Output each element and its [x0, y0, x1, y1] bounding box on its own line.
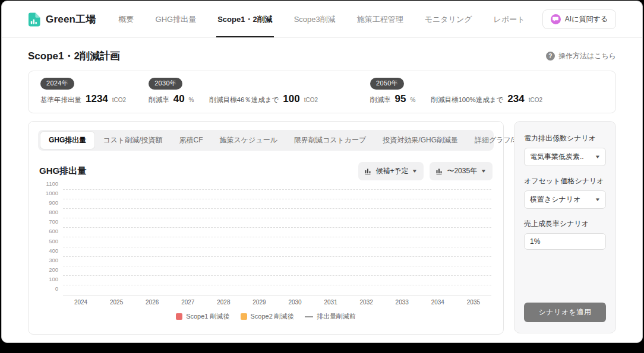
brand-name: Green工場	[46, 12, 96, 26]
scenario-sidebar: 電力排出係数シナリオ 電気事業低炭素.. ▼ オフセット価格シナリオ 横置きシナ…	[514, 121, 616, 333]
bar-column-2031	[313, 190, 349, 295]
x-axis-tick-label: 2032	[349, 299, 384, 306]
x-axis-tick-label: 2025	[99, 299, 134, 306]
nav-item-ghg-emissions[interactable]: GHG排出量	[156, 1, 197, 37]
stacked-bar-chart: 010020030040050060070080090010001100 202…	[38, 190, 494, 321]
tab-cumulative-cf[interactable]: 累積CF	[171, 132, 211, 149]
ask-ai-button[interactable]: AIに質問する	[542, 9, 616, 29]
legend-label: Scope1 削減後	[186, 312, 229, 321]
legend-before-reduction: 排出量削減前	[305, 312, 356, 321]
input-value: 1%	[530, 237, 540, 246]
apply-scenario-button[interactable]: シナリオを適用	[524, 303, 606, 322]
document-chart-icon	[28, 12, 40, 27]
metric-unit: tCO2	[112, 97, 126, 103]
bar-column-2034	[420, 190, 456, 295]
bar-chart-icon	[436, 168, 443, 174]
field-label: オフセット価格シナリオ	[524, 176, 606, 186]
x-axis-tick-label: 2027	[170, 299, 206, 306]
title-row: Scope1・2削減計画 ? 操作方法はこちら	[2, 38, 642, 71]
nav-item-scope12-reduction[interactable]: Scope1・2削減	[217, 1, 272, 37]
x-axis-tick-label: 2026	[134, 299, 170, 306]
nav-menu: 概要 GHG排出量 Scope1・2削減 Scope3削減 施策工程管理 モニタ…	[119, 1, 542, 37]
nav-item-overview[interactable]: 概要	[119, 1, 134, 37]
chevron-down-icon: ▼	[595, 154, 601, 160]
year-badge-2030: 2030年	[149, 78, 182, 90]
chart-legend: Scope1 削減後 Scope2 削減後 排出量削減前	[38, 312, 494, 321]
y-axis-tick-label: 400	[38, 247, 58, 253]
metric-unit: tCO2	[529, 97, 542, 103]
metric-unit: tCO2	[304, 97, 318, 103]
nav-item-report[interactable]: レポート	[494, 1, 525, 37]
legend-scope2: Scope2 削減後	[241, 312, 294, 321]
y-axis-tick-label: 600	[38, 228, 58, 234]
scope2-swatch	[241, 313, 247, 320]
metric-label: 削減目標46％達成まで	[210, 96, 279, 104]
top-nav: Green工場 概要 GHG排出量 Scope1・2削減 Scope3削減 施策…	[2, 1, 642, 38]
tab-ghg-emissions[interactable]: GHG排出量	[40, 132, 94, 149]
line-swatch	[305, 316, 313, 317]
offset-price-select[interactable]: 横置きシナリオ ▼	[524, 190, 606, 209]
tab-roi-ghg[interactable]: 投資対効果/GHG削減量	[374, 132, 466, 149]
legend-scope1: Scope1 削減後	[176, 312, 229, 321]
metric-label: 削減目標100%達成まで	[431, 96, 503, 104]
bar-column-2030	[277, 190, 312, 295]
x-axis-tick-label: 2029	[241, 299, 277, 306]
app-window: Green工場 概要 GHG排出量 Scope1・2削減 Scope3削減 施策…	[1, 1, 643, 343]
x-axis-tick-label: 2028	[206, 299, 241, 306]
bar-column-2026	[134, 190, 170, 295]
stat-group-2024: 2024年 基準年排出量 1234 tCO2	[40, 78, 126, 105]
help-link[interactable]: ? 操作方法はこちら	[546, 51, 616, 61]
nav-item-measure-process[interactable]: 施策工程管理	[357, 1, 403, 37]
sales-growth-input[interactable]: 1%	[524, 233, 606, 250]
series-filter-dropdown[interactable]: 候補+予定 ▼	[358, 162, 424, 180]
nav-item-monitoring[interactable]: モニタリング	[425, 1, 472, 37]
chevron-down-icon: ▼	[595, 197, 601, 202]
range-filter-dropdown[interactable]: 〜2035年 ▼	[430, 162, 493, 180]
stat-group-2030: 2030年 削減率 40 % 削減目標46％達成まで 100 tCO2	[149, 78, 318, 105]
metric-reduction-rate-2030: 削減率 40 %	[149, 93, 194, 105]
stat-group-2050: 2050年 削減率 95 % 削減目標100%達成まで 234 tCO2	[370, 78, 542, 105]
field-sales-growth: 売上成長率シナリオ 1%	[524, 219, 606, 250]
metric-value: 1234	[86, 93, 108, 105]
range-filter-label: 〜2035年	[447, 166, 477, 176]
select-value: 横置きシナリオ	[530, 195, 580, 205]
main-content: GHG排出量 コスト削減/投資額 累積CF 施策スケジュール 限界削減コストカー…	[28, 121, 616, 335]
metric-label: 削減率	[149, 96, 169, 104]
year-badge-2024: 2024年	[40, 78, 74, 90]
nav-item-scope3-reduction[interactable]: Scope3削減	[294, 1, 336, 37]
metric-value: 100	[283, 93, 299, 105]
field-power-coefficient: 電力排出係数シナリオ 電気事業低炭素.. ▼	[524, 133, 606, 166]
tab-bar: GHG排出量 コスト削減/投資額 累積CF 施策スケジュール 限界削減コストカー…	[38, 130, 494, 151]
power-coefficient-select[interactable]: 電気事業低炭素.. ▼	[524, 148, 606, 166]
x-axis-tick-label: 2024	[63, 299, 99, 306]
metric-base-year-emissions: 基準年排出量 1234 tCO2	[40, 93, 126, 105]
chart-x-axis-labels: 2024202520262027202820292030203120322033…	[63, 299, 491, 306]
metric-value: 40	[173, 93, 185, 105]
question-mark-icon: ?	[546, 52, 555, 61]
bar-chart-icon	[365, 168, 371, 174]
y-axis-tick-label: 100	[38, 275, 58, 282]
chart-title: GHG排出量	[39, 166, 86, 177]
metric-label: 削減率	[370, 96, 391, 104]
x-axis-tick-label: 2033	[384, 299, 420, 306]
tab-cost-investment[interactable]: コスト削減/投資額	[94, 132, 171, 149]
metric-unit: %	[189, 97, 194, 103]
metric-value: 95	[395, 93, 406, 105]
metric-label: 基準年排出量	[40, 96, 81, 104]
y-axis-tick-label: 500	[38, 237, 58, 244]
metric-target-gap-2030: 削減目標46％達成まで 100 tCO2	[210, 93, 318, 105]
tab-marginal-cost-curve[interactable]: 限界削減コストカーブ	[286, 132, 374, 149]
summary-stats-card: 2024年 基準年排出量 1234 tCO2 2030年 削減率 40 % 削減…	[28, 71, 616, 113]
metric-value: 234	[507, 93, 524, 105]
metric-target-gap-2050: 削減目標100%達成まで 234 tCO2	[431, 93, 542, 105]
field-label: 電力排出係数シナリオ	[524, 133, 606, 144]
x-axis-tick-label: 2035	[456, 299, 491, 306]
y-axis-tick-label: 1000	[38, 190, 58, 196]
brand-logo[interactable]: Green工場	[28, 12, 96, 27]
bar-columns	[63, 190, 491, 295]
bar-column-2025	[99, 190, 134, 295]
tab-measure-schedule[interactable]: 施策スケジュール	[211, 132, 286, 149]
select-value: 電気事業低炭素..	[530, 152, 584, 162]
chart-section-header: GHG排出量 候補+予定 ▼	[39, 162, 493, 180]
y-axis-tick-label: 300	[38, 256, 58, 263]
